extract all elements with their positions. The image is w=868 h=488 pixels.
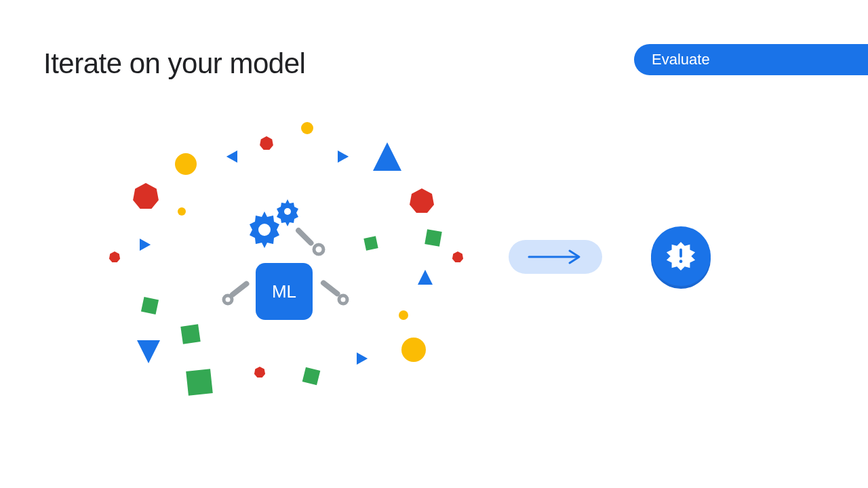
svg-point-18 [224,296,232,304]
svg-point-24 [679,260,683,263]
square-icon [302,367,321,386]
svg-marker-3 [140,239,151,251]
triangle-icon [137,340,160,363]
svg-marker-1 [338,150,349,163]
output-badge [651,226,711,286]
heptagon-icon [254,366,266,378]
square-icon [363,236,378,250]
svg-marker-4 [418,270,433,285]
triangle-icon [373,142,401,171]
square-icon [141,297,159,314]
triangle-icon [418,270,433,285]
triangle-icon [338,150,350,163]
triangle-icon [225,150,237,163]
square-icon [180,324,200,344]
svg-marker-11 [452,251,463,262]
circle-icon [399,310,408,320]
heptagon-icon [259,136,274,150]
heptagon-icon [132,182,160,210]
stage-badge-label: Evaluate [652,51,710,68]
ml-block: ML [256,263,313,320]
svg-rect-23 [679,249,682,258]
triangle-icon [357,352,369,365]
ml-block-label: ML [272,281,296,302]
svg-marker-0 [226,150,237,163]
heptagon-icon [452,251,464,263]
svg-marker-12 [254,367,265,378]
circle-icon [301,122,313,134]
square-icon [425,229,441,246]
svg-point-13 [284,208,291,215]
svg-marker-10 [109,251,120,262]
triangle-icon [140,239,152,251]
circle-icon [175,153,197,175]
square-icon [186,369,213,396]
svg-point-20 [339,296,347,304]
arrow-right-icon [525,249,586,265]
heptagon-icon [108,251,121,263]
gears-icon [245,198,304,252]
heptagon-icon [408,187,435,214]
svg-marker-6 [357,352,368,365]
circle-icon [401,338,426,362]
stage-badge: Evaluate [634,44,868,75]
starburst-alert-icon [665,241,696,272]
svg-rect-19 [319,279,341,298]
slide-title: Iterate on your model [43,47,305,80]
svg-marker-8 [260,136,273,150]
svg-marker-7 [133,183,159,209]
svg-marker-9 [410,188,434,213]
svg-point-16 [314,245,323,254]
svg-point-14 [258,224,271,236]
svg-marker-5 [137,340,160,363]
circle-icon [178,207,186,216]
shape-scatter: ML [102,88,481,413]
arrow-pill [509,240,602,274]
wrench-icon [309,270,350,310]
svg-marker-2 [373,142,401,171]
